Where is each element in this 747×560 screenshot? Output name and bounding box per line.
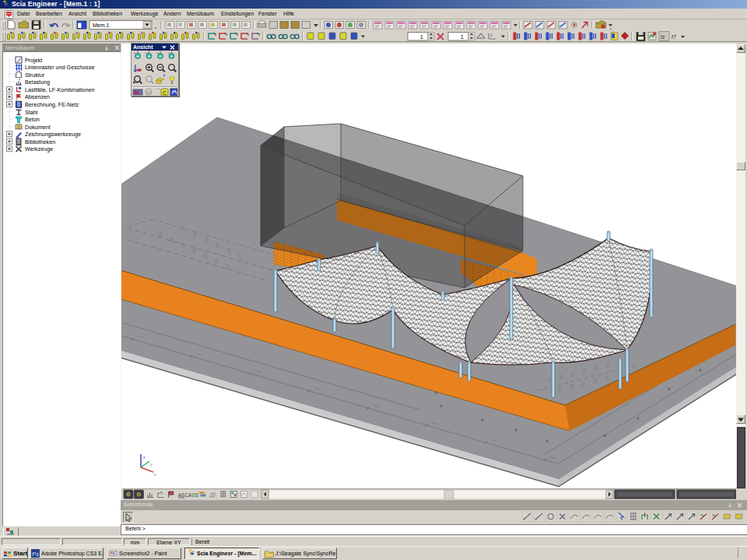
svg-text:Werkzeuge: Werkzeuge [25,145,53,152]
svg-text:Stahl: Stahl [25,109,38,116]
svg-text:Ps: Ps [32,551,39,558]
svg-text:fz: fz [661,34,665,40]
svg-text:GN: GN [146,91,151,95]
svg-text:Berechnung, FE-Netz: Berechnung, FE-Netz [25,101,79,108]
svg-text:1: 1 [420,33,423,40]
svg-text:ABS: ABS [188,492,199,497]
svg-text:Dokument: Dokument [25,124,51,131]
svg-text:Mem.1: Mem.1 [93,23,110,28]
svg-text:1: 1 [490,33,493,37]
svg-text:Projekt: Projekt [25,57,42,64]
svg-text:Lastfälle, LF-Kombinationen: Lastfälle, LF-Kombinationen [25,86,95,93]
svg-text:C: C [163,90,167,96]
svg-text:Beton: Beton [25,116,40,123]
svg-text:Struktur: Struktur [25,72,45,79]
svg-text:ABC: ABC [178,492,189,497]
svg-text:Linienraster und Geschosse: Linienraster und Geschosse [25,64,95,71]
svg-text:1: 1 [461,33,464,40]
svg-text:Absenzen: Absenzen [25,93,50,100]
svg-text:Belastung: Belastung [25,79,50,86]
svg-text:f7: f7 [672,34,677,40]
svg-text:Bibliotheken: Bibliotheken [25,138,55,145]
svg-text:Zeichnungswerkzeuge: Zeichnungswerkzeuge [25,131,81,138]
